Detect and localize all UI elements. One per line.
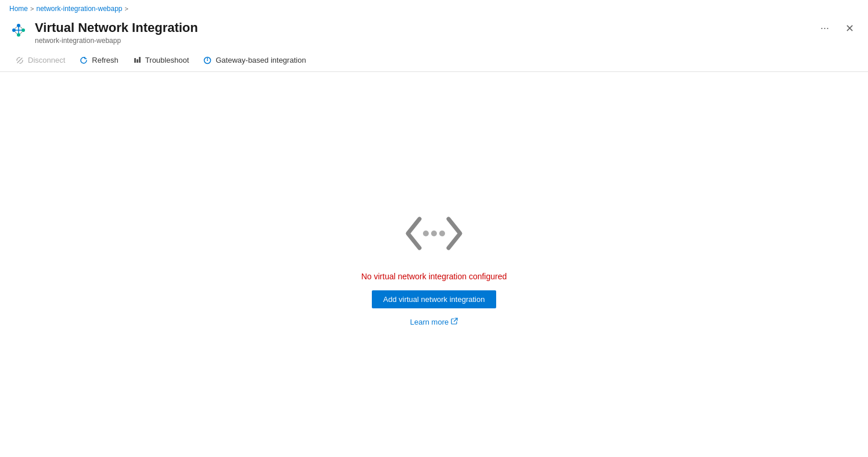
svg-line-6: [15, 27, 17, 28]
refresh-icon: [79, 56, 88, 65]
svg-point-3: [17, 33, 20, 37]
svg-point-0: [12, 28, 16, 32]
empty-message: No virtual network integration configure…: [361, 272, 507, 281]
svg-point-1: [21, 28, 25, 32]
troubleshoot-label: Troubleshoot: [145, 56, 189, 64]
svg-point-17: [423, 231, 429, 236]
svg-line-10: [17, 58, 22, 63]
svg-point-16: [207, 60, 208, 61]
svg-line-20: [454, 318, 458, 322]
svg-point-19: [439, 231, 445, 236]
breadcrumb-sep2: >: [125, 5, 128, 12]
close-button[interactable]: ✕: [841, 20, 859, 37]
breadcrumb-webapp[interactable]: network-integration-webapp: [36, 5, 122, 13]
vnet-icon: [9, 21, 28, 39]
disconnect-button[interactable]: Disconnect: [9, 53, 71, 68]
page-subtitle: network-integration-webapp: [35, 37, 809, 45]
refresh-label: Refresh: [92, 56, 119, 64]
svg-line-8: [15, 32, 17, 34]
svg-point-18: [431, 231, 437, 236]
gateway-integration-label: Gateway-based integration: [216, 56, 306, 64]
page-header: Virtual Network Integration network-inte…: [0, 17, 868, 49]
svg-point-2: [17, 24, 20, 27]
toolbar: Disconnect Refresh Troubleshoot: [0, 49, 868, 72]
more-options-button[interactable]: ···: [816, 20, 834, 37]
learn-more-label: Learn more: [410, 318, 449, 326]
empty-state-icon: [393, 204, 475, 262]
breadcrumb: Home > network-integration-webapp >: [0, 0, 868, 17]
header-text: Virtual Network Integration network-inte…: [35, 20, 809, 45]
svg-line-7: [20, 27, 22, 28]
svg-rect-13: [139, 57, 141, 63]
svg-rect-11: [134, 58, 136, 63]
page-title: Virtual Network Integration: [35, 20, 809, 37]
gateway-integration-button[interactable]: Gateway-based integration: [197, 53, 311, 68]
disconnect-label: Disconnect: [28, 56, 65, 64]
main-content: No virtual network integration configure…: [0, 72, 868, 457]
svg-line-9: [20, 32, 22, 34]
disconnect-icon: [15, 56, 24, 65]
external-link-icon: [451, 318, 458, 326]
troubleshoot-button[interactable]: Troubleshoot: [127, 53, 195, 68]
breadcrumb-home[interactable]: Home: [9, 5, 28, 13]
add-integration-button[interactable]: Add virtual network integration: [372, 290, 497, 308]
empty-state: No virtual network integration configure…: [361, 204, 507, 326]
svg-rect-12: [137, 59, 138, 63]
refresh-button[interactable]: Refresh: [73, 53, 124, 68]
gateway-icon: [203, 56, 212, 65]
troubleshoot-icon: [132, 56, 142, 65]
learn-more-link[interactable]: Learn more: [410, 318, 458, 326]
breadcrumb-sep1: >: [30, 5, 34, 12]
